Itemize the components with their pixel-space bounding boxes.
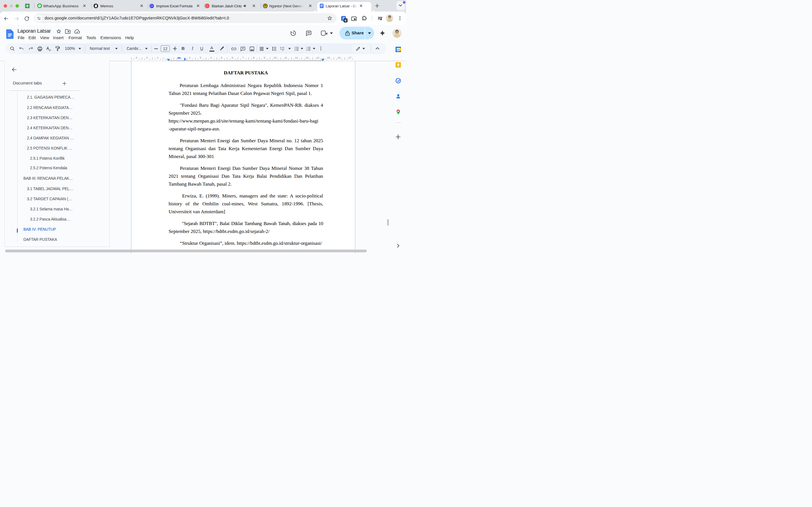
svg-text:3: 3 bbox=[306, 50, 307, 51]
svg-text:31: 31 bbox=[397, 48, 400, 51]
